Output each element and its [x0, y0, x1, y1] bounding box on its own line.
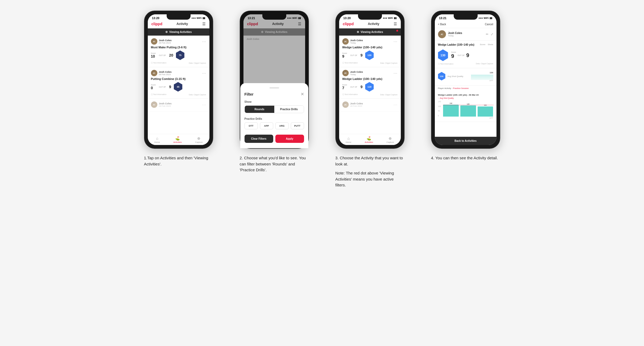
footer-right-3-1: Data: Clippd Capture: [380, 62, 397, 64]
avatar-1-1: JC: [151, 38, 157, 45]
rounds-toggle-btn[interactable]: Rounds: [245, 106, 274, 113]
app-title-3: Activity: [368, 22, 379, 26]
card-title-1-2: Putting Combine (3-15 ft): [151, 77, 206, 80]
phone-screen-1: 13:20 ●●● WiFi ▮▮ clippd Activity ☰ ⚙: [148, 14, 209, 145]
activity-card-3-1[interactable]: JC Josh Coles Today ··· Wedge Ladder (10…: [339, 36, 401, 67]
activity-card-3-2[interactable]: JC Josh Coles Today ··· Wedge Ladder (10…: [339, 67, 401, 99]
battery-icon-1: ▮▮: [203, 17, 205, 19]
user-date-3-1: Today: [350, 42, 363, 44]
user-info-3-2: JC Josh Coles Today: [342, 70, 363, 76]
viewing-banner-3[interactable]: ⚙ Viewing Activities: [339, 28, 401, 36]
menu-icon-3[interactable]: ☰: [394, 22, 397, 26]
chart-x-label: APP: [443, 117, 493, 119]
avg-sq-gradient: [471, 75, 493, 80]
practice-drills-toggle-btn[interactable]: Practice Drills: [274, 106, 304, 113]
expand-icon-4[interactable]: ⤢: [491, 32, 493, 36]
arg-drill-btn[interactable]: ARG: [275, 122, 289, 129]
activity-card-3-3[interactable]: JC Josh Coles 28 Feb 2023 ···: [339, 99, 401, 112]
stats-row-3-2: Score 7 OUT OF 9 118: [342, 82, 398, 92]
app-logo-1: clippd: [151, 22, 162, 26]
back-btn-4[interactable]: < Back: [438, 23, 446, 26]
home-icon-3: ⌂: [347, 136, 350, 140]
detail-score-4: 9: [451, 53, 454, 59]
dots-menu-3-2[interactable]: ···: [394, 71, 398, 75]
user-info-1-2: JC Josh Coles 28 Feb 2023: [151, 70, 172, 76]
edit-icon-4[interactable]: ✏: [486, 32, 489, 36]
user-name-3-2: Josh Coles: [350, 71, 363, 73]
phone-1: 13:20 ●●● WiFi ▮▮ clippd Activity ☰ ⚙: [144, 11, 213, 149]
session-type-4: Practice Session: [453, 87, 469, 89]
wifi-icon-1: WiFi: [197, 17, 202, 19]
footer-left-1-1: ⓘ Test Information: [151, 62, 167, 64]
active-filter-dot-3: [396, 30, 398, 32]
avatar-img-1-1: JC: [151, 38, 157, 45]
activity-card-1-1[interactable]: JC Josh Coles 28 Feb 2023 ··· Must Make …: [148, 36, 209, 67]
card-footer-1-1: ⓘ Test Information Data: Clippd Capture: [151, 62, 206, 64]
detail-stats-row-4: 130 Score 9 OUT OF 9: [438, 49, 493, 61]
modal-title: Filter: [245, 92, 254, 96]
card-header-1-2: JC Josh Coles 28 Feb 2023 ···: [151, 70, 206, 76]
out-of-3-1: OUT OF: [350, 54, 357, 56]
dots-menu-1-3[interactable]: ···: [202, 102, 206, 107]
card-header-3-3: JC Josh Coles 28 Feb 2023 ···: [342, 101, 398, 108]
user-text-1-1: Josh Coles 28 Feb 2023: [159, 39, 172, 44]
apply-btn[interactable]: Apply: [275, 135, 304, 143]
bar-1-container: 132: [443, 101, 459, 117]
stat-group-score-1-2: Score 0: [151, 84, 156, 90]
card-header-1-3: JC Josh Coles 28 Feb 2023 ···: [151, 101, 206, 108]
user-info-1-1: JC Josh Coles 28 Feb 2023: [151, 38, 172, 45]
nav-capture-1[interactable]: ⊕ Capture: [195, 136, 203, 143]
user-text-1-2: Josh Coles 28 Feb 2023: [159, 71, 172, 76]
activity-card-1-2[interactable]: JC Josh Coles 28 Feb 2023 ··· Putting Co…: [148, 67, 209, 99]
phone-3: 13:20 ●●● WiFi ▮▮ clippd Activity ☰ ⚙: [335, 11, 405, 149]
dots-menu-1-2[interactable]: ···: [202, 71, 206, 75]
cancel-btn-4[interactable]: Cancel: [485, 23, 493, 26]
time-4: 13:21: [439, 16, 447, 20]
capture-label-3: Capture: [386, 141, 394, 143]
card-footer-1-2: ⓘ Test Information Data: Clippd Capture: [151, 93, 206, 96]
score-value-3-2: 7: [342, 86, 347, 90]
activities-label-3: Activities: [365, 141, 373, 143]
stat-group-3-1: Score 9: [342, 52, 347, 58]
nav-activities-3[interactable]: ⛳ Activities: [365, 136, 373, 143]
dots-menu-3-1[interactable]: ···: [394, 39, 398, 44]
score-value-1-2: 0: [151, 86, 156, 90]
signal-icon-1: ●●●: [191, 17, 196, 19]
dots-menu-3-3[interactable]: ···: [394, 102, 398, 107]
app-title-1: Activity: [176, 22, 188, 26]
putt-drill-btn[interactable]: PUTT: [291, 122, 304, 129]
menu-icon-1[interactable]: ☰: [202, 22, 206, 26]
capture-label-1: Capture: [195, 141, 203, 143]
status-icons-1: ●●● WiFi ▮▮: [191, 17, 205, 19]
clear-filters-btn[interactable]: Clear Filters: [245, 135, 273, 143]
nav-activities-1[interactable]: ⛳ Activities: [173, 136, 182, 143]
out-of-val-3-1: 9: [360, 53, 363, 57]
nav-home-1[interactable]: ⌂ Home: [154, 136, 160, 143]
avatar-3-3: JC: [342, 101, 349, 108]
status-icons-4: ●●● WiFi ▮▮: [478, 17, 492, 19]
toggle-group: Rounds Practice Drills: [245, 105, 304, 113]
ott-drill-btn[interactable]: OTT: [245, 122, 258, 129]
avatar-img-4: JC: [438, 30, 446, 38]
avatar-1-3: JC: [151, 101, 157, 108]
app-drill-btn[interactable]: APP: [260, 122, 273, 129]
out-of-num-4: 9: [466, 52, 469, 58]
step-4-column: 13:21 ●●● WiFi ▮▮ < Back Cancel JC: [423, 11, 508, 188]
activity-card-1-3[interactable]: JC Josh Coles 28 Feb 2023 ···: [148, 99, 209, 112]
user-name-3-3: Josh Coles: [350, 102, 363, 105]
viewing-banner-1[interactable]: ⚙ Viewing Activities: [148, 28, 209, 36]
dots-menu-1-1[interactable]: ···: [202, 39, 206, 44]
phone-notch-1: [167, 14, 191, 20]
phone-screen-4: 13:21 ●●● WiFi ▮▮ < Back Cancel JC: [435, 14, 496, 145]
step-1-description: 1.Tap on Activities and then 'Viewing Ac…: [144, 155, 213, 167]
nav-home-3[interactable]: ⌂ Home: [346, 136, 351, 143]
app-header-1: clippd Activity ☰: [148, 21, 209, 28]
out-of-val-3-2: 9: [360, 85, 363, 89]
avatar-4: JC: [438, 30, 446, 38]
modal-close-icon[interactable]: ✕: [301, 92, 304, 97]
nav-capture-3[interactable]: ⊕ Capture: [386, 136, 394, 143]
wifi-icon-4: WiFi: [484, 17, 489, 19]
score-label-3-1: Score: [342, 52, 347, 54]
avg-sq-chart-value: 130: [490, 71, 493, 74]
back-to-activities-btn[interactable]: Back to Activities: [435, 137, 496, 145]
